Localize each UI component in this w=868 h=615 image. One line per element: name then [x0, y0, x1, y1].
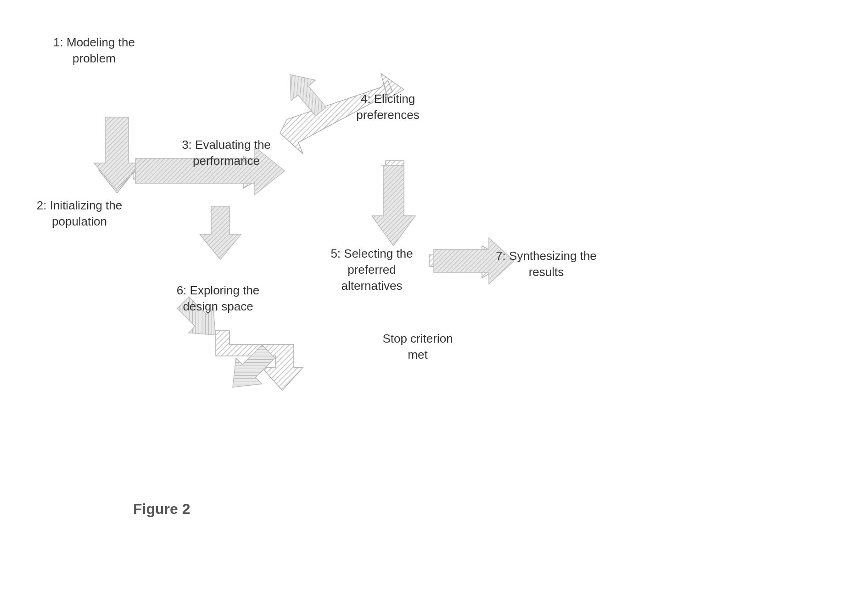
step5-label: 5: Selecting thepreferredalternatives	[312, 246, 431, 294]
step1-label: 1: Modeling the problem	[44, 34, 145, 67]
svg-marker-11	[200, 207, 241, 260]
step2-label: 2: Initializing thepopulation	[22, 197, 137, 230]
svg-marker-9	[220, 339, 281, 400]
step4-label: 4: Elicitingpreferences	[335, 91, 441, 123]
svg-marker-7	[372, 165, 415, 246]
diagram-container: 1: Modeling the problem 2: Initializing …	[0, 0, 868, 615]
step7-label: 7: Synthesizing theresults	[484, 248, 608, 280]
step6-label: 6: Exploring thedesign space	[158, 282, 278, 315]
stop-label: Stop criterionmet	[367, 331, 468, 363]
step3-label: 3: Evaluating theperformance	[169, 137, 284, 169]
figure-caption: Figure 2	[133, 501, 190, 518]
svg-marker-6	[278, 64, 333, 122]
arrows-clean-svg	[0, 0, 868, 551]
svg-marker-4	[94, 117, 140, 191]
